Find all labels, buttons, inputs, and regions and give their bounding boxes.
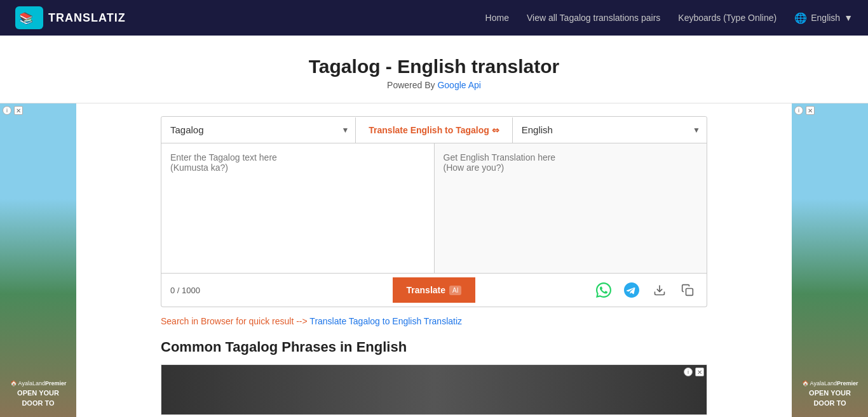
nav-home[interactable]: Home [485, 13, 509, 23]
ad-right-background [792, 103, 868, 417]
logo-icon: 📚 [15, 6, 43, 29]
page-title: Tagalog - English translator [0, 56, 868, 77]
whatsapp-icon[interactable] [593, 280, 614, 300]
brand-name: TRANSLATIZ [48, 11, 126, 25]
ai-badge: AI [449, 286, 461, 295]
ad-right-label: i ✕ [794, 106, 815, 115]
nav-language-label: English [811, 13, 840, 23]
target-textarea-container [435, 143, 707, 273]
source-language-wrapper: Tagalog Filipino Cebuano ▼ [161, 117, 355, 143]
ad-info-icon-right[interactable]: i [794, 106, 803, 115]
ad-right-text: 🏠 AyalaLandPremier OPEN YOURDOOR TO [792, 380, 868, 408]
center-content: Tagalog Filipino Cebuano ▼ Translate Eng… [76, 103, 792, 417]
search-hint: Search in Browser for quick result --> T… [161, 316, 707, 326]
telegram-icon[interactable] [621, 280, 642, 300]
ad-left-background [0, 103, 76, 417]
target-language-select[interactable]: English Spanish French [513, 117, 707, 143]
ad-info-icon-left[interactable]: i [3, 106, 11, 115]
translator-bottom-bar: 0 / 1000 Translate AI [161, 274, 707, 307]
page-subtitle: Powered By Google Api [0, 80, 868, 90]
bottom-ad-controls: i ✕ [684, 367, 704, 376]
translator-section: Tagalog Filipino Cebuano ▼ Translate Eng… [161, 116, 707, 415]
ad-right: i ✕ 🏠 AyalaLandPremier OPEN YOURDOOR TO [792, 103, 868, 417]
bottom-ad: i ✕ [161, 364, 707, 415]
ad-close-right[interactable]: ✕ [806, 106, 815, 115]
download-icon[interactable] [649, 280, 670, 300]
swap-languages-button[interactable]: Translate English to Tagalog ⇔ [355, 117, 512, 143]
translate-button-label: Translate [407, 285, 445, 295]
ad-left-text: 🏠 AyalaLandPremier OPEN YOURDOOR TO [0, 380, 76, 408]
page-header: Tagalog - English translator Powered By … [0, 36, 868, 103]
google-api-link[interactable]: Google Api [437, 80, 481, 90]
translate-button[interactable]: Translate AI [393, 277, 476, 303]
nav-links: Home View all Tagalog translations pairs… [485, 12, 853, 24]
main-wrapper: i ✕ 🏠 AyalaLandPremier OPEN YOURDOOR TO … [0, 103, 868, 417]
ad-left-label: i ✕ [3, 106, 23, 115]
source-textarea-container [161, 143, 435, 273]
bottom-ad-background: i ✕ [161, 365, 707, 414]
ad-left: i ✕ 🏠 AyalaLandPremier OPEN YOURDOOR TO [0, 103, 76, 417]
target-textarea[interactable] [435, 143, 707, 270]
svg-text:📚: 📚 [19, 11, 34, 25]
globe-icon: 🌐 [794, 12, 807, 24]
bottom-ad-info-icon[interactable]: i [684, 367, 693, 376]
dropdown-arrow-icon: ▼ [844, 13, 853, 23]
search-hint-link[interactable]: Translate Tagalog to English Translatiz [309, 316, 462, 326]
ad-close-left[interactable]: ✕ [14, 106, 23, 115]
target-language-wrapper: English Spanish French ▼ [513, 117, 707, 143]
source-language-select[interactable]: Tagalog Filipino Cebuano [161, 117, 355, 143]
navbar: 📚 TRANSLATIZ Home View all Tagalog trans… [0, 0, 868, 36]
common-phrases-title: Common Tagalog Phrases in English [161, 339, 707, 355]
language-bar: Tagalog Filipino Cebuano ▼ Translate Eng… [161, 116, 707, 143]
right-icons [475, 274, 707, 307]
text-areas [161, 143, 707, 274]
nav-language[interactable]: 🌐 English ▼ [794, 12, 853, 24]
copy-icon[interactable] [677, 280, 698, 300]
brand-logo[interactable]: 📚 TRANSLATIZ [15, 6, 126, 29]
svg-rect-3 [686, 289, 693, 296]
bottom-ad-close[interactable]: ✕ [695, 367, 704, 376]
source-textarea[interactable] [161, 143, 434, 270]
char-count: 0 / 1000 [161, 279, 393, 301]
nav-view-all[interactable]: View all Tagalog translations pairs [527, 13, 660, 23]
nav-keyboards[interactable]: Keyboards (Type Online) [678, 13, 776, 23]
